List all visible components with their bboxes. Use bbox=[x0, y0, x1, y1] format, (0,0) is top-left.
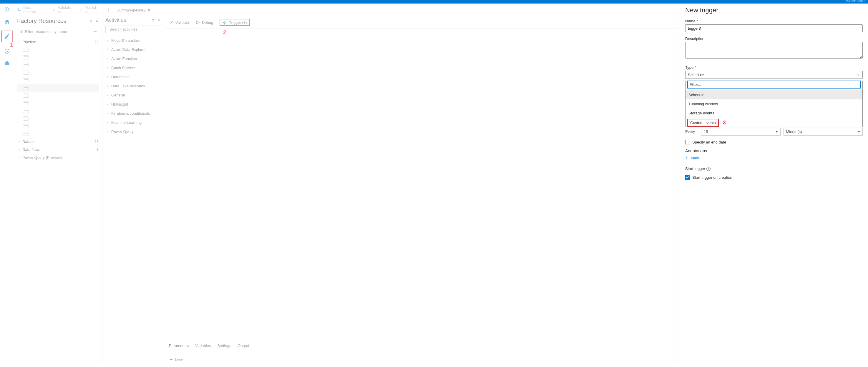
list-item[interactable] bbox=[17, 99, 99, 107]
activity-label: Azure Function bbox=[111, 57, 137, 61]
caret-right-icon bbox=[106, 130, 109, 133]
dropdown-filter-input[interactable] bbox=[687, 80, 861, 89]
tab-variables[interactable]: Variables bbox=[195, 343, 211, 350]
trigger-name-input[interactable] bbox=[685, 24, 863, 32]
breadcrumb[interactable]: Data Factory bbox=[17, 5, 46, 14]
chevron-down-icon bbox=[43, 8, 46, 11]
activity-label: Databricks bbox=[111, 75, 129, 79]
activities-list: Move & transform Azure Data Explorer Azu… bbox=[105, 36, 161, 136]
caret-right-icon bbox=[106, 48, 109, 51]
pencil-icon[interactable] bbox=[3, 33, 10, 40]
filter-resources-input[interactable] bbox=[17, 28, 89, 35]
list-item[interactable] bbox=[17, 54, 99, 61]
trigger-description-input[interactable] bbox=[685, 42, 863, 59]
publish-all-button[interactable]: Publish all bbox=[79, 5, 99, 14]
list-item[interactable] bbox=[17, 46, 99, 54]
start-on-creation-checkbox[interactable] bbox=[685, 175, 690, 180]
list-item[interactable] bbox=[17, 92, 99, 99]
every-label: Every bbox=[685, 129, 698, 134]
collapse-left-icon[interactable] bbox=[157, 18, 161, 22]
activities-panel: DummyPipeline2 × Activities Move & trans… bbox=[102, 3, 164, 367]
pipeline-icon bbox=[23, 101, 29, 105]
dropdown-item-tumbling[interactable]: Tumbling window bbox=[685, 99, 862, 108]
bottom-tabs: Parameters Variables Settings Output bbox=[169, 340, 675, 353]
pipeline-list bbox=[17, 46, 99, 138]
type-select[interactable]: Schedule bbox=[685, 71, 863, 79]
powerquery-label: Power Query (Preview) bbox=[22, 155, 62, 160]
activity-label: Data Lake Analytics bbox=[111, 84, 145, 88]
list-item[interactable] bbox=[17, 69, 99, 76]
tab-label: DummyPipeline2 bbox=[117, 8, 146, 12]
tab-parameters[interactable]: Parameters bbox=[169, 343, 189, 350]
powerquery-tree-head[interactable]: Power Query (Preview) bbox=[17, 154, 99, 161]
validate-all-label: Validate all bbox=[58, 5, 73, 14]
activity-group[interactable]: Databricks bbox=[105, 72, 161, 81]
validate-button[interactable]: Validate bbox=[169, 20, 189, 25]
activity-group[interactable]: Azure Function bbox=[105, 54, 161, 63]
home-icon[interactable] bbox=[3, 18, 10, 25]
list-item[interactable] bbox=[17, 130, 99, 138]
caret-right-icon bbox=[18, 140, 21, 143]
search-activities-input[interactable] bbox=[105, 26, 161, 33]
dropdown-item-custom[interactable]: Custom events bbox=[687, 119, 719, 127]
tab-close-button[interactable]: × bbox=[148, 8, 150, 12]
new-annotation-button[interactable]: +New bbox=[685, 155, 863, 161]
collapse-left-icon[interactable] bbox=[95, 19, 99, 23]
stepper-icon[interactable]: ▾ bbox=[776, 129, 778, 134]
activity-group[interactable]: Azure Data Explorer bbox=[105, 45, 161, 54]
list-item[interactable] bbox=[17, 107, 99, 115]
dataflows-tree-head[interactable]: Data flows 3 bbox=[17, 145, 99, 154]
activity-group[interactable]: General bbox=[105, 91, 161, 100]
tab-settings[interactable]: Settings bbox=[217, 343, 231, 350]
caret-right-icon bbox=[106, 112, 109, 115]
activity-group[interactable]: Power Query bbox=[105, 127, 161, 136]
validate-all-button[interactable]: Validate all bbox=[52, 5, 73, 14]
activity-group[interactable]: Iteration & conditionals bbox=[105, 109, 161, 118]
expand-icon[interactable] bbox=[3, 6, 10, 13]
pipeline-tree-head[interactable]: Pipeline 12 bbox=[17, 38, 99, 46]
caret-right-icon bbox=[106, 121, 109, 124]
list-item[interactable] bbox=[17, 84, 99, 92]
debug-button[interactable]: Debug bbox=[195, 20, 213, 25]
pipeline-icon bbox=[23, 55, 29, 59]
info-icon[interactable]: i bbox=[706, 167, 711, 171]
toolbox-icon[interactable] bbox=[3, 60, 10, 67]
list-item[interactable] bbox=[17, 115, 99, 122]
trigger-button[interactable]: Trigger (3) bbox=[222, 20, 247, 25]
every-unit-select[interactable]: Minute(s)▾ bbox=[783, 128, 863, 136]
every-unit: Minute(s) bbox=[786, 129, 802, 134]
activity-group[interactable]: Move & transform bbox=[105, 36, 161, 45]
play-icon bbox=[195, 20, 200, 25]
dataset-label: Dataset bbox=[22, 139, 36, 144]
pipeline-tab[interactable]: DummyPipeline2 × bbox=[105, 6, 153, 13]
activity-group[interactable]: Machine Learning bbox=[105, 118, 161, 127]
end-date-checkbox[interactable] bbox=[685, 140, 690, 144]
dropdown-item-storage[interactable]: Storage events bbox=[685, 108, 862, 118]
activity-group[interactable]: Batch Service bbox=[105, 63, 161, 72]
dropdown-item-schedule[interactable]: Schedule bbox=[685, 90, 862, 99]
callout-1: 1 bbox=[10, 42, 13, 48]
dataset-tree-head[interactable]: Dataset 13 bbox=[17, 138, 99, 145]
activity-label: Batch Service bbox=[111, 66, 135, 70]
collapse-updown-icon[interactable] bbox=[89, 19, 93, 23]
collapse-updown-icon[interactable] bbox=[151, 18, 155, 22]
breadcrumb-label: Data Factory bbox=[23, 5, 41, 14]
pipeline-icon bbox=[23, 116, 29, 121]
debug-label: Debug bbox=[202, 20, 213, 25]
tab-output[interactable]: Output bbox=[238, 343, 249, 350]
required-mark: * bbox=[694, 65, 696, 70]
canvas-area: Validate Debug Trigger (3) 2 Parameters … bbox=[164, 3, 680, 367]
activity-group[interactable]: Data Lake Analytics bbox=[105, 81, 161, 91]
annotations-label: Annotations bbox=[685, 148, 863, 153]
list-item[interactable] bbox=[17, 122, 99, 130]
caret-right-icon bbox=[106, 75, 109, 78]
list-item[interactable] bbox=[17, 61, 99, 69]
pipeline-icon bbox=[23, 71, 29, 75]
every-value-input[interactable]: 15▾ bbox=[701, 128, 781, 136]
add-resource-button[interactable]: + bbox=[91, 27, 99, 36]
new-parameter-button[interactable]: +New bbox=[169, 353, 675, 367]
list-item[interactable] bbox=[17, 76, 99, 84]
monitor-icon[interactable] bbox=[3, 47, 10, 55]
pipeline-label: Pipeline bbox=[22, 40, 36, 44]
activity-group[interactable]: HDInsight bbox=[105, 100, 161, 109]
